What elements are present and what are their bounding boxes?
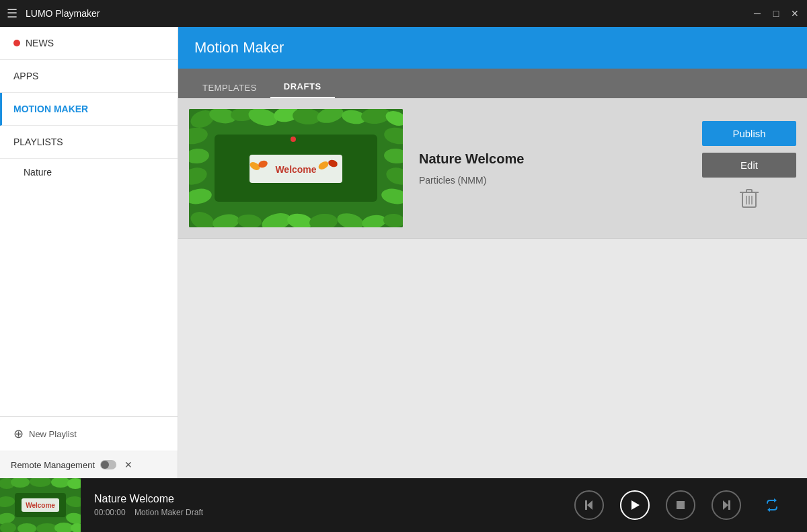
sidebar-footer: ⊕ New Playlist Remote Management ✕: [0, 416, 178, 478]
svg-marker-66: [774, 498, 777, 502]
prev-icon: [583, 499, 595, 511]
tab-templates[interactable]: TEMPLATES: [189, 76, 270, 98]
sidebar-item-playlists[interactable]: PLAYLISTS: [0, 126, 178, 159]
sidebar-item-apps[interactable]: APPS: [0, 60, 178, 93]
play-button[interactable]: [620, 490, 650, 520]
prev-button[interactable]: [574, 490, 604, 520]
svg-marker-67: [767, 508, 770, 512]
main-layout: NEWS APPS MOTION MAKER PLAYLISTS Nature …: [0, 27, 807, 478]
draft-subtitle: Particles (NMM): [419, 175, 686, 186]
repeat-icon: [765, 498, 779, 512]
svg-rect-61: [585, 500, 587, 510]
sidebar-sub-nature-label: Nature: [24, 167, 52, 178]
remote-management-bar: Remote Management ✕: [0, 451, 178, 478]
player-info: Nature Welcome 00:00:00 Motion Maker Dra…: [81, 493, 574, 517]
player-bar: Welcome Nature Welcome 00:00:00 Motion M…: [0, 478, 807, 532]
tab-templates-label: TEMPLATES: [202, 83, 257, 93]
sidebar-item-news[interactable]: NEWS: [0, 27, 178, 60]
player-meta: 00:00:00 Motion Maker Draft: [94, 508, 561, 517]
sidebar-item-motion-maker-label: MOTION MAKER: [13, 104, 88, 114]
draft-area: Welcome Nature Welcome Particles (NMM) P…: [178, 98, 807, 478]
trash-icon: [740, 187, 759, 208]
sidebar-item-playlists-label: PLAYLISTS: [13, 137, 63, 147]
svg-rect-65: [728, 500, 730, 510]
next-button[interactable]: [712, 490, 741, 520]
tab-drafts-label: DRAFTS: [284, 81, 321, 91]
stop-button[interactable]: [666, 490, 695, 520]
window-controls: ─ □ ✕: [752, 8, 800, 19]
add-playlist-icon: ⊕: [13, 426, 24, 441]
titlebar: ☰ LUMO Playmaker ─ □ ✕: [0, 0, 807, 27]
stop-icon: [675, 500, 686, 510]
maximize-button[interactable]: □: [771, 8, 781, 19]
svg-text:Welcome: Welcome: [275, 164, 316, 175]
draft-actions: Publish Edit: [702, 121, 796, 215]
new-playlist-label: New Playlist: [29, 429, 77, 439]
player-controls: [574, 490, 807, 520]
app-title: LUMO Playmaker: [26, 8, 100, 19]
svg-marker-64: [723, 500, 728, 510]
svg-rect-63: [677, 501, 685, 509]
edit-button[interactable]: Edit: [702, 153, 796, 178]
remote-management-toggle[interactable]: [100, 460, 116, 469]
draft-title: Nature Welcome: [419, 151, 686, 167]
svg-marker-60: [587, 500, 592, 510]
sidebar-item-news-label: NEWS: [26, 38, 54, 48]
sidebar: NEWS APPS MOTION MAKER PLAYLISTS Nature …: [0, 27, 178, 478]
draft-info: Nature Welcome Particles (NMM): [403, 151, 702, 186]
next-icon: [720, 499, 732, 511]
play-icon: [629, 499, 641, 511]
tabs-bar: TEMPLATES DRAFTS: [178, 69, 807, 98]
svg-marker-62: [631, 500, 640, 510]
sidebar-nav: NEWS APPS MOTION MAKER PLAYLISTS Nature: [0, 27, 178, 416]
delete-button[interactable]: [737, 184, 761, 215]
content-header: Motion Maker: [178, 27, 807, 69]
publish-button[interactable]: Publish: [702, 121, 796, 146]
repeat-button[interactable]: [757, 490, 787, 520]
minimize-button[interactable]: ─: [752, 8, 763, 19]
draft-item: Welcome Nature Welcome Particles (NMM) P…: [178, 98, 807, 239]
player-type: Motion Maker Draft: [134, 508, 203, 517]
page-title: Motion Maker: [194, 39, 284, 56]
remote-management-close[interactable]: ✕: [124, 459, 132, 470]
remote-management-label: Remote Management: [11, 460, 95, 470]
svg-point-35: [291, 137, 296, 142]
new-playlist-button[interactable]: ⊕ New Playlist: [0, 417, 178, 451]
svg-text:Welcome: Welcome: [26, 502, 55, 509]
player-title: Nature Welcome: [94, 493, 561, 505]
news-dot: [13, 40, 20, 46]
sidebar-item-motion-maker[interactable]: MOTION MAKER: [0, 93, 178, 126]
draft-thumbnail: Welcome: [189, 109, 403, 227]
tab-drafts[interactable]: DRAFTS: [270, 75, 335, 98]
sidebar-item-apps-label: APPS: [13, 71, 38, 81]
content-area: Motion Maker TEMPLATES DRAFTS: [178, 27, 807, 478]
player-time: 00:00:00: [94, 508, 126, 517]
menu-icon[interactable]: ☰: [7, 6, 17, 21]
sidebar-sub-item-nature[interactable]: Nature: [0, 159, 178, 186]
player-thumbnail: Welcome: [0, 478, 81, 532]
close-button[interactable]: ✕: [790, 8, 800, 19]
